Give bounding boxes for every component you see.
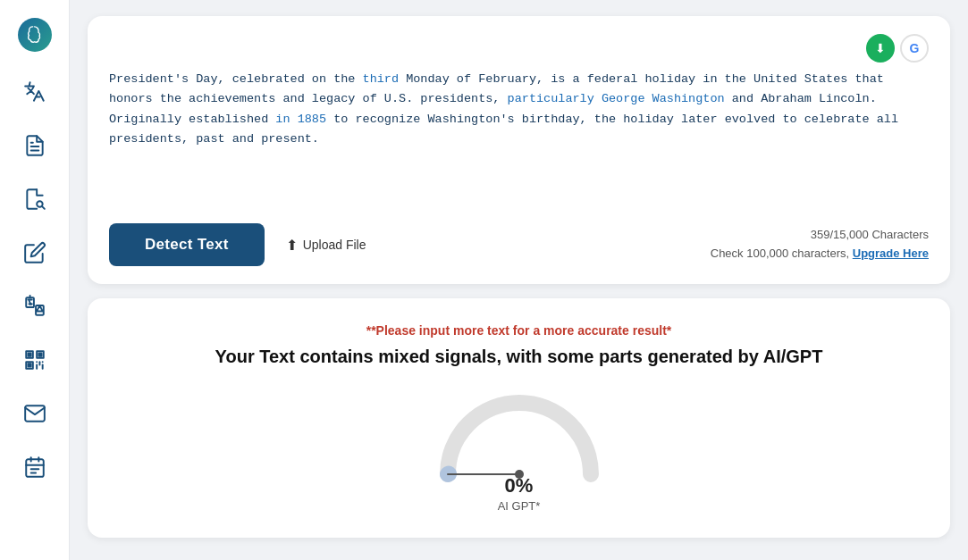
highlight-1885: in 1885 <box>275 113 326 126</box>
svg-rect-17 <box>26 459 44 477</box>
sidebar-item-translate-doc[interactable] <box>11 282 59 330</box>
toolbar-row: Detect Text ⬆ Upload File 359/15,000 Cha… <box>109 223 929 266</box>
gauge-sub: AI GPT* <box>498 499 541 513</box>
result-headline: Your Text contains mixed signals, with s… <box>109 347 929 367</box>
left-toolbar: Detect Text ⬆ Upload File <box>109 223 379 266</box>
gauge-container: 0% AI GPT* <box>109 385 929 513</box>
gauge-label: 0% AI GPT* <box>498 474 541 513</box>
grammarly-icon: G <box>910 41 920 55</box>
text-area-wrapper: President's Day, celebrated on the third… <box>109 70 929 213</box>
svg-rect-10 <box>38 353 41 355</box>
svg-rect-11 <box>28 364 30 366</box>
svg-line-3 <box>42 206 45 209</box>
input-card: ⬇ G President's Day, celebrated on the t… <box>88 16 950 284</box>
sidebar-item-qr[interactable] <box>11 336 59 384</box>
gauge-svg <box>430 385 609 483</box>
gauge-percent: 0% <box>498 474 541 497</box>
highlight-particularly: particularly George Washington <box>508 92 725 105</box>
highlight-third: third <box>363 72 400 86</box>
main-content: ⬇ G President's Day, celebrated on the t… <box>70 0 968 560</box>
detect-text-button[interactable]: Detect Text <box>109 223 265 266</box>
char-info: 359/15,000 Characters Check 100,000 char… <box>711 226 929 263</box>
warning-text: **Please input more text for a more accu… <box>109 323 929 338</box>
sidebar <box>0 0 70 560</box>
upgrade-row: Check 100,000 characters, Upgrade Here <box>711 245 929 263</box>
upload-file-button[interactable]: ⬆ Upload File <box>274 230 379 261</box>
brain-icon <box>18 18 52 52</box>
sidebar-item-doc-search[interactable] <box>11 175 59 223</box>
sidebar-item-schedule[interactable] <box>11 443 59 491</box>
upload-icon: ⬆ <box>286 237 298 254</box>
download-icon-btn[interactable]: ⬇ <box>866 34 895 63</box>
sidebar-item-brain[interactable] <box>11 11 59 59</box>
upgrade-text: Check 100,000 characters, <box>711 247 849 260</box>
char-count: 359/15,000 Characters <box>711 226 929 245</box>
sidebar-item-translate[interactable] <box>11 68 59 116</box>
sidebar-item-email[interactable] <box>11 389 59 438</box>
sidebar-item-doc-edit[interactable] <box>11 229 59 277</box>
svg-rect-9 <box>28 353 30 355</box>
icons-row: ⬇ G <box>109 34 929 63</box>
download-icon: ⬇ <box>875 41 886 55</box>
upload-label: Upload File <box>303 238 366 252</box>
input-text: President's Day, celebrated on the third… <box>109 70 929 149</box>
grammarly-btn[interactable]: G <box>900 34 929 63</box>
result-card: **Please input more text for a more accu… <box>88 298 950 538</box>
upgrade-link[interactable]: Upgrade Here <box>853 247 929 260</box>
sidebar-item-document[interactable] <box>11 121 59 170</box>
